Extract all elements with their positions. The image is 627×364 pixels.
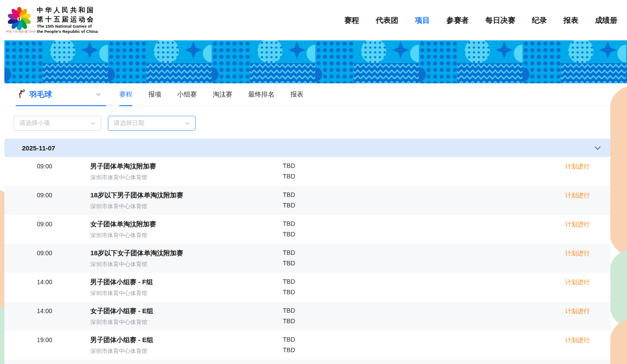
venue-name: 深圳市体育中心体育馆 <box>90 203 283 211</box>
home-side: TBD <box>283 220 515 227</box>
sport-selector[interactable]: 羽毛球 <box>16 83 106 106</box>
nav-item[interactable]: 项目 <box>415 15 430 25</box>
event-name: 女子团体单淘汰附加赛 <box>90 220 283 228</box>
venue-name: 深圳市体育中心体育馆 <box>90 174 283 182</box>
event-filter-placeholder: 请选择小项 <box>19 119 50 127</box>
event-name: 男子团体小组赛 - E组 <box>90 336 283 344</box>
match-status: 计划进行 <box>515 307 590 315</box>
match-status: 计划进行 <box>515 249 590 257</box>
site-title-zh-line1: 中华人民共和国 <box>37 6 98 14</box>
nav-item[interactable]: 每日决赛 <box>485 15 515 25</box>
site-logo[interactable]: 中国·广东·香港·澳门2025 中华人民共和国 第十五届运动会 The 15th… <box>6 6 98 34</box>
event-filter-select[interactable]: 请选择小项 <box>14 116 101 131</box>
chevron-down-icon <box>185 122 190 125</box>
date-filter-select[interactable]: 请选择日期 <box>108 116 196 131</box>
match-time: 14:00 <box>37 307 90 314</box>
match-event-cell: 18岁以下女子团体单淘汰附加赛 深圳市体育中心体育馆 <box>90 249 283 268</box>
main-nav: 赛程代表团项目参赛者每日决赛纪录报表成绩册 <box>344 15 617 25</box>
schedule-row[interactable]: 19:00 女子团体小组赛 - F组 深圳市体育中心体育馆 TBD TBD 计划… <box>4 360 610 364</box>
match-status: 计划进行 <box>515 220 590 228</box>
schedule-row[interactable]: 09:00 18岁以下男子团体单淘汰附加赛 深圳市体育中心体育馆 TBD TBD… <box>4 186 610 215</box>
match-sides-cell: TBD TBD <box>283 278 515 296</box>
sport-tab[interactable]: 报表 <box>290 83 303 106</box>
home-side: TBD <box>283 162 515 169</box>
home-side: TBD <box>283 336 515 343</box>
away-side: TBD <box>283 231 515 238</box>
nav-item[interactable]: 报表 <box>563 15 578 25</box>
nav-item[interactable]: 参赛者 <box>446 15 469 25</box>
sport-tab[interactable]: 赛程 <box>119 83 132 106</box>
away-side: TBD <box>283 260 515 267</box>
site-title-en-line2: the People's Republic of China <box>37 29 98 34</box>
home-side: TBD <box>283 191 515 198</box>
match-event-cell: 男子团体小组赛 - F组 深圳市体育中心体育馆 <box>90 278 283 297</box>
match-event-cell: 男子团体单淘汰附加赛 深圳市体育中心体育馆 <box>90 162 283 182</box>
sport-name: 羽毛球 <box>29 89 52 100</box>
home-side: TBD <box>283 278 515 285</box>
venue-name: 深圳市体育中心体育馆 <box>90 318 283 326</box>
home-side: TBD <box>283 307 515 314</box>
match-event-cell: 18岁以下男子团体单淘汰附加赛 深圳市体育中心体育馆 <box>90 191 283 211</box>
match-time: 09:00 <box>37 249 90 257</box>
match-status: 计划进行 <box>515 336 590 344</box>
site-title-en-line1: The 15th National Games of <box>37 24 98 29</box>
venue-name: 深圳市体育中心体育馆 <box>90 289 283 297</box>
schedule-rows: 09:00 男子团体单淘汰附加赛 深圳市体育中心体育馆 TBD TBD 计划进行… <box>4 157 610 364</box>
nav-item[interactable]: 成绩册 <box>595 15 617 25</box>
event-name: 男子团体小组赛 - F组 <box>90 278 283 286</box>
logo-caption: 中国·广东·香港·澳门2025 <box>6 30 32 34</box>
home-side: TBD <box>283 249 515 256</box>
venue-name: 深圳市体育中心体育馆 <box>90 232 283 239</box>
schedule-row[interactable]: 14:00 男子团体小组赛 - F组 深圳市体育中心体育馆 TBD TBD 计划… <box>4 273 610 302</box>
sport-tab[interactable]: 小组赛 <box>177 83 197 106</box>
away-side: TBD <box>283 173 515 180</box>
background-decoration <box>609 249 627 328</box>
schedule-row[interactable]: 19:00 男子团体小组赛 - E组 深圳市体育中心体育馆 TBD TBD 计划… <box>4 331 610 360</box>
sport-bar: 羽毛球 赛程报项小组赛淘汰赛最终排名报表 <box>4 83 610 106</box>
sport-tab[interactable]: 最终排名 <box>248 83 274 106</box>
collapse-chevron-icon[interactable] <box>595 146 601 150</box>
chevron-down-icon <box>96 93 101 96</box>
match-status: 计划进行 <box>515 191 590 200</box>
schedule-row[interactable]: 09:00 18岁以下女子团体单淘汰附加赛 深圳市体育中心体育馆 TBD TBD… <box>4 244 610 273</box>
badminton-icon <box>16 89 25 99</box>
match-time: 19:00 <box>37 336 90 343</box>
venue-name: 深圳市体育中心体育馆 <box>90 261 283 268</box>
sport-tab[interactable]: 报项 <box>148 83 161 106</box>
away-side: TBD <box>283 289 515 296</box>
match-sides-cell: TBD TBD <box>283 336 515 353</box>
away-side: TBD <box>283 318 515 325</box>
match-status: 计划进行 <box>515 278 590 286</box>
nav-item[interactable]: 纪录 <box>532 15 547 25</box>
schedule-row[interactable]: 09:00 男子团体单淘汰附加赛 深圳市体育中心体育馆 TBD TBD 计划进行 <box>4 157 610 186</box>
chevron-down-icon <box>91 122 96 125</box>
nav-item[interactable]: 代表团 <box>376 15 398 25</box>
match-sides-cell: TBD TBD <box>283 191 515 209</box>
match-sides-cell: TBD TBD <box>283 162 515 180</box>
sport-tab[interactable]: 淘汰赛 <box>213 83 232 106</box>
main-content: 羽毛球 赛程报项小组赛淘汰赛最终排名报表 请选择小项 请选择日期 <box>4 83 610 364</box>
match-status: 计划进行 <box>515 162 590 171</box>
site-title-zh-line2: 第十五届运动会 <box>37 15 98 24</box>
match-time: 14:00 <box>37 278 90 285</box>
match-sides-cell: TBD TBD <box>283 220 515 238</box>
nav-item[interactable]: 赛程 <box>344 15 359 25</box>
schedule-row[interactable]: 14:00 女子团体小组赛 - E组 深圳市体育中心体育馆 TBD TBD 计划… <box>4 302 610 331</box>
hero-banner <box>4 40 627 83</box>
match-event-cell: 女子团体小组赛 - E组 深圳市体育中心体育馆 <box>90 307 283 326</box>
schedule-row[interactable]: 09:00 女子团体单淘汰附加赛 深圳市体育中心体育馆 TBD TBD 计划进行 <box>4 215 610 244</box>
date-group-header[interactable]: 2025-11-07 <box>4 139 610 157</box>
event-name: 女子团体小组赛 - E组 <box>90 307 283 315</box>
site-header: 中国·广东·香港·澳门2025 中华人民共和国 第十五届运动会 The 15th… <box>0 0 627 40</box>
event-name: 18岁以下女子团体单淘汰附加赛 <box>90 249 283 257</box>
page: 中国·广东·香港·澳门2025 中华人民共和国 第十五届运动会 The 15th… <box>0 0 627 364</box>
date-filter-placeholder: 请选择日期 <box>114 119 144 127</box>
filter-bar: 请选择小项 请选择日期 <box>4 106 610 131</box>
background-decoration <box>609 318 627 364</box>
venue-name: 深圳市体育中心体育馆 <box>90 347 283 355</box>
site-title: 中华人民共和国 第十五届运动会 The 15th National Games … <box>37 6 98 34</box>
games-logo: 中国·广东·香港·澳门2025 <box>6 7 32 34</box>
date-label: 2025-11-07 <box>22 144 55 152</box>
match-event-cell: 男子团体小组赛 - E组 深圳市体育中心体育馆 <box>90 336 283 355</box>
match-time: 09:00 <box>37 191 90 199</box>
